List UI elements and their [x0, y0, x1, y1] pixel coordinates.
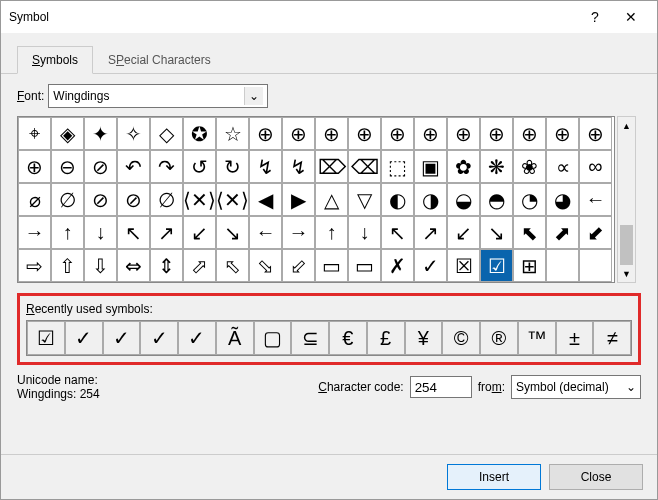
symbol-cell[interactable]: ⊞ [513, 249, 546, 282]
symbol-cell[interactable]: ⌦ [315, 150, 348, 183]
symbol-cell[interactable]: ⊕ [414, 117, 447, 150]
symbol-cell[interactable]: ⊘ [84, 183, 117, 216]
symbol-cell[interactable]: ☑ [480, 249, 513, 282]
symbol-cell[interactable]: ↗ [414, 216, 447, 249]
symbol-cell[interactable]: ⬃ [282, 249, 315, 282]
symbol-cell[interactable]: ↓ [84, 216, 117, 249]
scroll-down-icon[interactable]: ▼ [618, 265, 635, 282]
symbol-cell[interactable]: ⟨✕⟩ [183, 183, 216, 216]
symbol-cell[interactable]: ⟨✕⟩ [216, 183, 249, 216]
symbol-cell[interactable] [546, 249, 579, 282]
symbol-cell[interactable]: ◓ [480, 183, 513, 216]
symbol-cell[interactable]: ☆ [216, 117, 249, 150]
recent-symbol-cell[interactable]: ¥ [405, 321, 443, 355]
symbol-cell[interactable]: ⊕ [447, 117, 480, 150]
symbol-cell[interactable]: ↓ [348, 216, 381, 249]
symbol-cell[interactable]: ⊕ [480, 117, 513, 150]
symbol-cell[interactable]: ∅ [51, 183, 84, 216]
symbol-cell[interactable]: ↑ [51, 216, 84, 249]
symbol-cell[interactable]: ⊕ [315, 117, 348, 150]
charcode-input[interactable] [410, 376, 472, 398]
recent-symbol-cell[interactable]: ▢ [254, 321, 292, 355]
symbol-cell[interactable]: ∅ [150, 183, 183, 216]
symbol-cell[interactable]: ⌖ [18, 117, 51, 150]
symbol-cell[interactable]: ◐ [381, 183, 414, 216]
symbol-cell[interactable]: → [282, 216, 315, 249]
symbol-cell[interactable]: ↯ [282, 150, 315, 183]
symbol-cell[interactable]: ⊘ [84, 150, 117, 183]
symbol-cell[interactable]: ◒ [447, 183, 480, 216]
recent-symbol-cell[interactable]: ✓ [103, 321, 141, 355]
recent-symbol-cell[interactable]: £ [367, 321, 405, 355]
help-button[interactable]: ? [577, 3, 613, 31]
recent-symbol-cell[interactable]: ® [480, 321, 518, 355]
symbol-cell[interactable]: ⌫ [348, 150, 381, 183]
symbol-cell[interactable]: ⊕ [546, 117, 579, 150]
symbol-cell[interactable]: ⬋ [579, 216, 612, 249]
symbol-cell[interactable]: ⬀ [183, 249, 216, 282]
symbol-cell[interactable]: ⬈ [546, 216, 579, 249]
symbol-cell[interactable]: ✧ [117, 117, 150, 150]
symbol-cell[interactable]: ⊕ [513, 117, 546, 150]
symbol-cell[interactable]: ▭ [315, 249, 348, 282]
symbol-cell[interactable]: ↷ [150, 150, 183, 183]
symbol-cell[interactable]: ✪ [183, 117, 216, 150]
symbol-cell[interactable]: ∞ [579, 150, 612, 183]
symbol-cell[interactable]: ⇔ [117, 249, 150, 282]
recent-symbol-cell[interactable]: ✓ [65, 321, 103, 355]
grid-scrollbar[interactable]: ▲ ▼ [617, 116, 636, 283]
from-dropdown[interactable]: Symbol (decimal) ⌄ [511, 375, 641, 399]
symbol-cell[interactable]: ⊕ [282, 117, 315, 150]
symbol-cell[interactable]: ▭ [348, 249, 381, 282]
symbol-cell[interactable]: ❋ [480, 150, 513, 183]
symbol-cell[interactable]: ← [249, 216, 282, 249]
symbol-cell[interactable]: ↯ [249, 150, 282, 183]
symbol-cell[interactable]: ↘ [480, 216, 513, 249]
tab-special-characters[interactable]: SPecial Characters [93, 46, 226, 74]
symbol-cell[interactable]: ⬂ [249, 249, 282, 282]
symbol-cell[interactable]: ✗ [381, 249, 414, 282]
symbol-cell[interactable]: ⊖ [51, 150, 84, 183]
symbol-cell[interactable]: ∝ [546, 150, 579, 183]
symbol-cell[interactable]: → [18, 216, 51, 249]
symbol-cell[interactable]: ⬉ [513, 216, 546, 249]
symbol-cell[interactable]: ❀ [513, 150, 546, 183]
tab-symbols[interactable]: Symbols [17, 46, 93, 74]
close-dialog-button[interactable]: Close [549, 464, 643, 490]
recent-symbol-cell[interactable]: ✓ [140, 321, 178, 355]
symbol-cell[interactable]: ✿ [447, 150, 480, 183]
symbol-cell[interactable]: ↗ [150, 216, 183, 249]
symbol-cell[interactable]: ⊕ [348, 117, 381, 150]
symbol-cell[interactable]: ✓ [414, 249, 447, 282]
recent-symbol-cell[interactable]: ± [556, 321, 594, 355]
symbol-cell[interactable]: ▽ [348, 183, 381, 216]
insert-button[interactable]: Insert [447, 464, 541, 490]
symbol-cell[interactable]: ⇩ [84, 249, 117, 282]
symbol-cell[interactable]: ◑ [414, 183, 447, 216]
symbol-cell[interactable]: ◇ [150, 117, 183, 150]
symbol-cell[interactable] [579, 249, 612, 282]
symbol-cell[interactable]: ↘ [216, 216, 249, 249]
recent-symbol-cell[interactable]: ™ [518, 321, 556, 355]
font-dropdown[interactable]: Wingdings ⌄ [48, 84, 268, 108]
symbol-cell[interactable]: ◕ [546, 183, 579, 216]
symbol-cell[interactable]: ↙ [183, 216, 216, 249]
symbol-cell[interactable]: ◔ [513, 183, 546, 216]
symbol-cell[interactable]: ⌀ [18, 183, 51, 216]
scroll-up-icon[interactable]: ▲ [618, 117, 635, 134]
symbol-cell[interactable]: ⇕ [150, 249, 183, 282]
symbol-cell[interactable]: ◈ [51, 117, 84, 150]
symbol-cell[interactable]: ◀ [249, 183, 282, 216]
symbol-cell[interactable]: ⊕ [249, 117, 282, 150]
symbol-cell[interactable]: ⊕ [579, 117, 612, 150]
recent-symbol-cell[interactable]: © [442, 321, 480, 355]
recent-symbol-cell[interactable]: ✓ [178, 321, 216, 355]
symbol-cell[interactable]: ⊕ [381, 117, 414, 150]
symbol-cell[interactable]: ▶ [282, 183, 315, 216]
symbol-cell[interactable]: ↙ [447, 216, 480, 249]
symbol-cell[interactable]: ☒ [447, 249, 480, 282]
recent-symbol-cell[interactable]: € [329, 321, 367, 355]
symbol-cell[interactable]: ▣ [414, 150, 447, 183]
symbol-cell[interactable]: ⊘ [117, 183, 150, 216]
symbol-cell[interactable]: ⇧ [51, 249, 84, 282]
